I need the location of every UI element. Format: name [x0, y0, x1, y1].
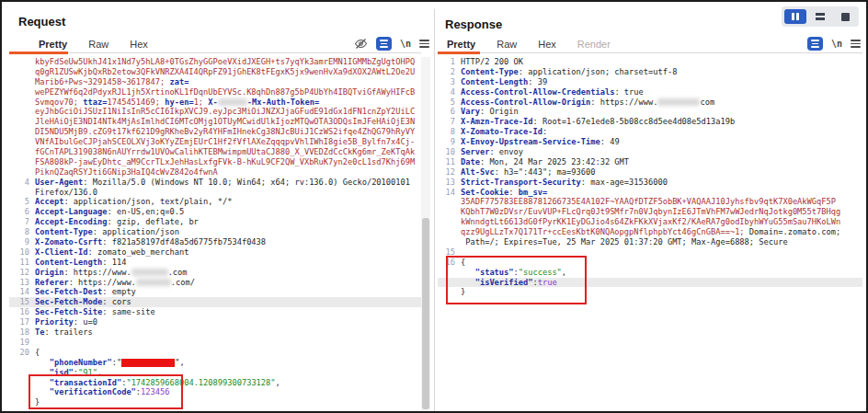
code-token: : u=0: [74, 317, 97, 327]
code-token: : https://www.: [63, 268, 131, 277]
code-token: Set-Cookie: [461, 188, 508, 197]
line-number: 8: [9, 227, 35, 237]
line-content: X-Amzn-Trace-Id: Root=1-67e1ede8-5b08cc8…: [461, 117, 735, 127]
rows-layout-button[interactable]: [809, 9, 831, 24]
code-token: :: [542, 127, 547, 136]
code-token: Access-Control-Allow-Origin: [461, 98, 590, 107]
response-active-tab-underline: [438, 52, 480, 54]
code-line: 5Accept: application/json, text/plain, *…: [9, 197, 421, 207]
tab-raw[interactable]: Raw: [497, 39, 517, 50]
code-token: : 49: [600, 137, 620, 146]
request-editor[interactable]: kbyFdSeUw5UkhJ41x1Nd7y5hLA8+0TGsZhyGGPoe…: [9, 57, 421, 411]
line-content: q0gR1ZUSwKjbQxRb2etow3QFkVNRZXA4I4QRpFZ9…: [35, 67, 415, 77]
code-line: PiknQZaqRSYJti6GNip3HaIQ4cWvZ842o4fwnA: [9, 167, 421, 178]
code-token: ",: [175, 358, 184, 367]
code-token: fGCnTAPL319038N6nAUYrrdw1UVOwCalihKTEBMw…: [35, 147, 415, 156]
tab-raw[interactable]: Raw: [88, 39, 108, 50]
syntax-highlight-icon[interactable]: [807, 37, 823, 51]
request-scrollbar-track[interactable]: [421, 57, 430, 411]
code-token: : gzip, deflate, br: [107, 217, 198, 226]
menu-icon[interactable]: [419, 40, 429, 48]
code-line: 17Priority: u=0: [9, 317, 421, 327]
line-content: Firefox/136.0: [35, 188, 97, 198]
line-content: Priority: u=0: [35, 317, 97, 327]
blurred-redaction: [657, 98, 700, 106]
blurred-redaction: [218, 98, 247, 106]
code-token: : same-site: [102, 307, 155, 316]
line-content: KQbhT7W0zDVsr/EuvVUP+FLcQrq0Jt9SMfr7n0VJ…: [461, 207, 840, 217]
line-content: Marib6+Pws~3291458~3617847; zat=: [35, 77, 188, 87]
code-line: 10X-Client-Id: zomato_web_merchant: [9, 247, 421, 258]
newline-toggle-icon[interactable]: \n: [400, 39, 411, 49]
code-token: Accept-Encoding: [35, 217, 107, 226]
code-line: 2Content-Type: application/json; charset…: [438, 67, 862, 77]
response-toolbar: \n: [807, 37, 861, 51]
tab-hex[interactable]: Hex: [538, 39, 556, 50]
line-content: Accept-Language: en-US,en;q=0.5: [35, 207, 184, 217]
line-content: Svmqov70; ttaz=1745451469; hy-en=1; X--M…: [35, 98, 319, 108]
response-editor[interactable]: 1HTTP/2 200 OK2Content-Type: application…: [438, 57, 862, 411]
line-number: [9, 77, 35, 87]
line-number: 4: [9, 178, 35, 188]
code-token: kbyFdSeUw5UkhJ41x1Nd7y5hLA8+0TGsZhyGGPoe…: [35, 57, 415, 66]
code-token: : Mozilla/5.0 (Windows NT 10.0; Win64; x…: [83, 178, 410, 187]
code-line: 1HTTP/2 200 OK: [438, 57, 862, 67]
tab-hex[interactable]: Hex: [130, 39, 148, 50]
code-line: kbyFdSeUw5UkhJ41x1Nd7y5hLA8+0TGsZhyGGPoe…: [9, 57, 421, 67]
line-content: PiknQZaqRSYJti6GNip3HaIQ4cWvZ842o4fwnA: [35, 167, 218, 178]
line-content: User-Agent: Mozilla/5.0 (Windows NT 10.0…: [35, 178, 410, 188]
line-content: Content-Type: application/json: [35, 227, 179, 237]
code-token: : Origin: [480, 107, 519, 116]
code-token: X-Client-Id: [35, 247, 88, 257]
blurred-redaction: [136, 279, 171, 286]
syntax-highlight-icon[interactable]: [376, 37, 392, 51]
code-line: JleHAiOjE3NDI4NTk4MjAsImlhdCI6MTcOMjg1OT…: [9, 117, 421, 127]
menu-icon[interactable]: [851, 40, 861, 48]
line-number: 9: [9, 237, 35, 247]
line-number: [9, 147, 35, 157]
line-content: Content-Length: 39: [461, 77, 547, 87]
code-token: : en-US,en;q=0.5: [107, 207, 184, 216]
request-scrollbar-thumb[interactable]: [422, 218, 429, 409]
code-token: Access-Control-Allow-Credentials: [461, 87, 614, 97]
line-content: kbyFdSeUw5UkhJ41x1Nd7y5hLA8+0TGsZhyGGPoe…: [35, 57, 415, 67]
code-token: : application/json, text/plain, */*: [63, 197, 232, 206]
annotation-box-response-body: [446, 256, 587, 304]
redaction-block: [121, 359, 175, 367]
line-number: 13: [9, 278, 35, 288]
newline-toggle-icon[interactable]: \n: [831, 39, 842, 49]
single-pane-layout-button[interactable]: [834, 9, 856, 24]
line-number: [9, 167, 35, 178]
code-line: 18Te: trailers: [9, 327, 421, 338]
line-content: DI5NDU5MjB9.cZG9t17kf621D9gRKheBv2yR4YHF…: [35, 127, 415, 137]
line-number: 17: [9, 317, 35, 327]
line-number: [438, 217, 461, 227]
line-number: 2: [438, 67, 461, 77]
columns-layout-button[interactable]: [784, 9, 806, 24]
line-number: 1: [438, 57, 461, 67]
code-token: :": [112, 358, 121, 367]
line-content: fGCnTAPL319038N6nAUYrrdw1UVOwCalihKTEBMw…: [35, 147, 415, 157]
line-content: "phoneNumber":"",: [35, 358, 185, 368]
tab-render[interactable]: Render: [577, 39, 611, 50]
code-token: HTTP/2 200 OK: [461, 57, 523, 66]
code-token: Server: [461, 147, 489, 156]
code-token: com: [700, 98, 714, 107]
code-token: qzz9UgLLzTx7Q171Tr+ccEesKbtK0NQAopgpNflp…: [461, 227, 749, 236]
line-number: [9, 87, 35, 98]
code-line: 4User-Agent: Mozilla/5.0 (Windows NT 10.…: [9, 178, 421, 188]
tab-pretty[interactable]: Pretty: [39, 39, 67, 50]
code-token: : application/json: [93, 227, 179, 236]
line-number: 20: [9, 348, 35, 358]
code-line: fGCnTAPL319038N6nAUYrrdw1UVOwCalihKTEBMw…: [9, 147, 421, 157]
line-number: 6: [9, 207, 35, 217]
code-line: 9X-Envoy-Upstream-Service-Time: 49: [438, 137, 862, 147]
code-line: 3Content-Length: 39: [438, 77, 862, 87]
code-token: [35, 358, 50, 367]
tab-pretty[interactable]: Pretty: [447, 39, 475, 50]
line-number: [9, 358, 35, 368]
code-line: q0gR1ZUSwKjbQxRb2etow3QFkVNRZXA4I4QRpFZ9…: [9, 67, 421, 77]
hide-matched-eye-icon[interactable]: [354, 38, 368, 50]
code-token: Content-Length: [461, 77, 528, 86]
code-token: .com: [168, 268, 188, 277]
